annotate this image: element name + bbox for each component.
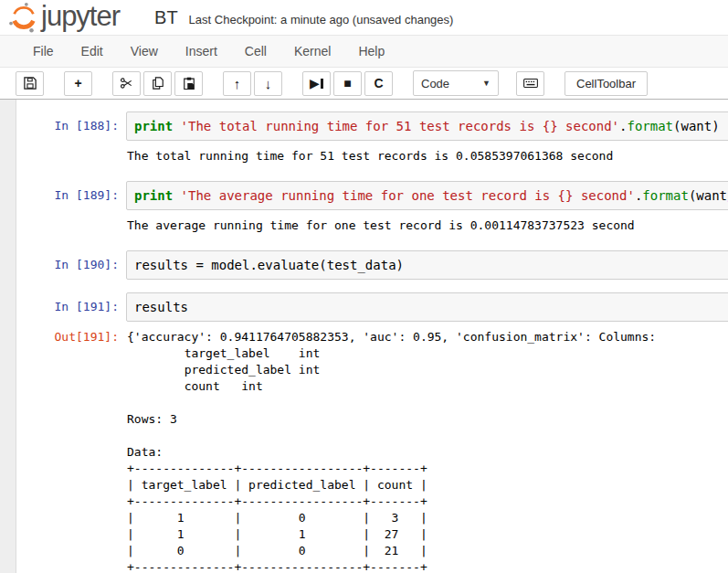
menu-view[interactable]: View bbox=[117, 44, 172, 58]
menu-insert[interactable]: Insert bbox=[172, 44, 231, 58]
menu-kernel[interactable]: Kernel bbox=[280, 44, 344, 58]
code-line: results bbox=[134, 298, 725, 316]
code-line: print 'The total running time for 51 tes… bbox=[134, 117, 725, 135]
input-prompt: In [191]: bbox=[16, 292, 119, 322]
keyboard-icon bbox=[523, 77, 538, 90]
input-prompt: In [188]: bbox=[16, 111, 119, 141]
arrow-down-icon: ↓ bbox=[265, 77, 272, 90]
notebook-container: In [188]: print 'The total running time … bbox=[16, 100, 728, 573]
checkpoint-status: Last Checkpoint: a minute ago (unsaved c… bbox=[189, 13, 454, 27]
run-icon: ▶ bbox=[310, 77, 320, 90]
copy-cell-button[interactable] bbox=[143, 71, 172, 96]
restart-icon: C bbox=[374, 77, 383, 90]
stop-icon: ■ bbox=[343, 77, 351, 90]
save-button[interactable] bbox=[16, 71, 44, 96]
arrow-up-icon: ↑ bbox=[234, 77, 241, 90]
menu-edit[interactable]: Edit bbox=[68, 44, 117, 58]
code-line: print 'The average running time for one … bbox=[134, 186, 728, 205]
cut-cell-button[interactable] bbox=[112, 71, 141, 96]
app-header: jupyter BT Last Checkpoint: a minute ago… bbox=[0, 0, 728, 35]
code-input-188[interactable]: print 'The total running time for 51 tes… bbox=[126, 111, 728, 141]
menu-bar: File Edit View Insert Cell Kernel Help bbox=[0, 35, 728, 68]
code-line: results = model.evaluate(test_data) bbox=[134, 256, 725, 274]
run-icon-bar bbox=[321, 79, 323, 89]
notebook-title[interactable]: BT bbox=[154, 7, 178, 28]
menu-cell[interactable]: Cell bbox=[231, 44, 280, 58]
input-prompt: In [189]: bbox=[16, 181, 119, 210]
code-input-191[interactable]: results bbox=[126, 292, 728, 322]
scissors-icon bbox=[120, 77, 133, 90]
jupyter-logo-text: jupyter bbox=[41, 2, 120, 30]
cell-type-selected: Code bbox=[421, 77, 449, 90]
cell-type-dropdown[interactable]: Code ▼ bbox=[413, 70, 499, 96]
jupyter-logo[interactable]: jupyter bbox=[8, 2, 120, 33]
chevron-down-icon: ▼ bbox=[482, 79, 491, 88]
menu-file[interactable]: File bbox=[19, 44, 68, 58]
paste-cell-button[interactable] bbox=[174, 71, 203, 96]
stdout-text: The average running time for one test re… bbox=[119, 218, 635, 234]
stdout-text: The total running time for 51 test recor… bbox=[119, 148, 613, 164]
move-cell-down-button[interactable]: ↓ bbox=[254, 71, 282, 96]
output-area-188: The total running time for 51 test recor… bbox=[16, 148, 728, 164]
add-cell-button[interactable]: + bbox=[64, 71, 92, 96]
plus-icon: + bbox=[74, 77, 81, 90]
interrupt-kernel-button[interactable]: ■ bbox=[333, 71, 362, 96]
code-cell-189: In [189]: print 'The average running tim… bbox=[16, 181, 728, 210]
jupyter-logo-icon bbox=[8, 2, 39, 33]
output-area-191: Out[191]: {'accuracy': 0.941176470588235… bbox=[16, 329, 728, 573]
input-prompt: In [190]: bbox=[16, 250, 119, 280]
code-cell-190: In [190]: results = model.evaluate(test_… bbox=[16, 250, 728, 280]
code-cell-191: In [191]: results bbox=[16, 292, 728, 322]
code-input-190[interactable]: results = model.evaluate(test_data) bbox=[126, 250, 728, 280]
code-input-189[interactable]: print 'The average running time for one … bbox=[126, 181, 728, 210]
output-area-189: The average running time for one test re… bbox=[16, 218, 728, 234]
output-prompt: Out[191]: bbox=[16, 329, 119, 573]
paste-icon bbox=[183, 77, 195, 90]
command-palette-button[interactable] bbox=[516, 71, 544, 96]
save-icon bbox=[24, 77, 37, 90]
copy-icon bbox=[152, 77, 164, 90]
notebook-site: In [188]: print 'The total running time … bbox=[0, 100, 728, 573]
menu-help[interactable]: Help bbox=[344, 44, 398, 58]
restart-kernel-button[interactable]: C bbox=[364, 71, 393, 96]
celltoolbar-button[interactable]: CellToolbar bbox=[564, 71, 648, 96]
toolbar: + ↑ ↓ bbox=[0, 68, 728, 99]
move-cell-up-button[interactable]: ↑ bbox=[223, 71, 251, 96]
code-cell-188: In [188]: print 'The total running time … bbox=[16, 111, 728, 141]
run-cell-button[interactable]: ▶ bbox=[302, 71, 331, 96]
result-text: {'accuracy': 0.9411764705882353, 'auc': … bbox=[119, 329, 656, 573]
